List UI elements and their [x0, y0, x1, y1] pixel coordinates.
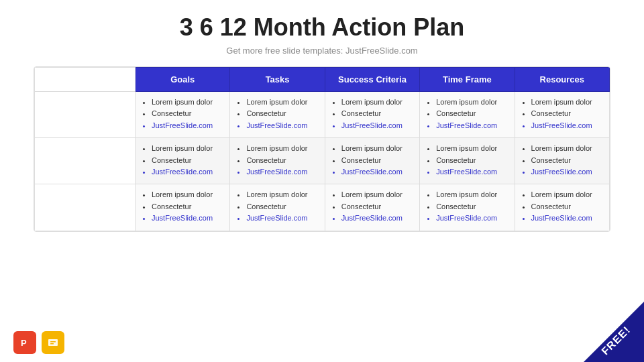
header-resources: Resources: [515, 68, 609, 92]
table-row-12month: 12 Month Lorem ipsum dolor Consectetur J…: [35, 184, 610, 231]
list-item: Consectetur: [246, 156, 317, 166]
powerpoint-icon[interactable]: P: [13, 331, 36, 354]
list-item: JustFreeSlide.com: [341, 121, 413, 131]
row-label-6month: 6 Month: [35, 138, 136, 184]
list-item: JustFreeSlide.com: [152, 213, 223, 223]
tasks-cell-12month: Lorem ipsum dolor Consectetur JustFreeSl…: [230, 184, 325, 231]
goals-cell-3month: Lorem ipsum dolor Consectetur JustFreeSl…: [136, 92, 230, 138]
resources-cell-6month: Lorem ipsum dolor Consectetur JustFreeSl…: [515, 138, 609, 184]
list-item: Consectetur: [531, 109, 602, 119]
action-plan-table: Goals Tasks Success Criteria Time Frame …: [34, 66, 610, 232]
goals-cell-6month: Lorem ipsum dolor Consectetur JustFreeSl…: [136, 138, 230, 184]
list-item: JustFreeSlide.com: [436, 213, 507, 223]
row-label-12month: 12 Month: [35, 184, 136, 231]
list-item: Consectetur: [341, 109, 413, 119]
list-item: Consectetur: [246, 109, 317, 119]
list-item: Lorem ipsum dolor: [152, 97, 223, 107]
list-item: Lorem ipsum dolor: [246, 97, 317, 107]
list-item: JustFreeSlide.com: [341, 213, 413, 223]
list-item: JustFreeSlide.com: [531, 167, 602, 177]
list-item: Lorem ipsum dolor: [436, 190, 507, 200]
svg-rect-4: [50, 341, 56, 343]
list-item: Consectetur: [531, 202, 602, 212]
list-item: JustFreeSlide.com: [152, 121, 223, 131]
list-item: Lorem ipsum dolor: [436, 97, 507, 107]
list-item: JustFreeSlide.com: [436, 121, 507, 131]
list-item: Lorem ipsum dolor: [531, 143, 602, 154]
table-row-3month: 3 Month Lorem ipsum dolor Consectetur Ju…: [35, 92, 610, 138]
list-item: Lorem ipsum dolor: [341, 190, 413, 200]
list-item: JustFreeSlide.com: [246, 167, 317, 177]
list-item: JustFreeSlide.com: [531, 121, 602, 131]
list-item: Lorem ipsum dolor: [152, 143, 223, 154]
list-item: Consectetur: [246, 202, 317, 212]
list-item: JustFreeSlide.com: [246, 121, 317, 131]
slide: 3 6 12 Month Action Plan Get more free s…: [0, 0, 644, 362]
success-cell-6month: Lorem ipsum dolor Consectetur JustFreeSl…: [325, 138, 419, 184]
slide-title: 3 6 12 Month Action Plan: [180, 13, 465, 42]
free-badge-text: FREE!: [599, 324, 633, 357]
resources-cell-3month: Lorem ipsum dolor Consectetur JustFreeSl…: [515, 92, 609, 138]
list-item: Consectetur: [152, 109, 223, 119]
svg-rect-5: [50, 343, 54, 345]
header-empty: [35, 68, 136, 92]
row-label-3month: 3 Month: [35, 92, 136, 138]
list-item: Consectetur: [152, 156, 223, 166]
goals-cell-12month: Lorem ipsum dolor Consectetur JustFreeSl…: [136, 184, 230, 231]
list-item: Consectetur: [152, 202, 223, 212]
list-item: JustFreeSlide.com: [341, 167, 413, 177]
header-tasks: Tasks: [230, 68, 325, 92]
timeframe-cell-12month: Lorem ipsum dolor Consectetur JustFreeSl…: [420, 184, 515, 231]
list-item: JustFreeSlide.com: [246, 213, 317, 223]
list-item: Lorem ipsum dolor: [531, 190, 602, 200]
list-item: Lorem ipsum dolor: [152, 190, 223, 200]
list-item: Consectetur: [341, 156, 413, 166]
svg-text:P: P: [21, 338, 27, 348]
slide-subtitle: Get more free slide templates: JustFreeS…: [226, 46, 417, 56]
list-item: Consectetur: [436, 156, 507, 166]
list-item: Lorem ipsum dolor: [341, 143, 413, 154]
google-slides-icon[interactable]: [42, 331, 64, 354]
svg-rect-3: [48, 339, 58, 346]
success-cell-3month: Lorem ipsum dolor Consectetur JustFreeSl…: [325, 92, 419, 138]
header-goals: Goals: [136, 68, 230, 92]
list-item: JustFreeSlide.com: [531, 213, 602, 223]
list-item: JustFreeSlide.com: [152, 167, 223, 177]
resources-cell-12month: Lorem ipsum dolor Consectetur JustFreeSl…: [515, 184, 609, 231]
list-item: JustFreeSlide.com: [436, 167, 507, 177]
list-item: Lorem ipsum dolor: [436, 143, 507, 154]
list-item: Consectetur: [436, 202, 507, 212]
list-item: Consectetur: [531, 156, 602, 166]
tasks-cell-6month: Lorem ipsum dolor Consectetur JustFreeSl…: [230, 138, 325, 184]
list-item: Lorem ipsum dolor: [246, 143, 317, 154]
free-badge: FREE!: [584, 302, 644, 362]
list-item: Consectetur: [436, 109, 507, 119]
header-success-criteria: Success Criteria: [325, 68, 419, 92]
list-item: Lorem ipsum dolor: [341, 97, 413, 107]
timeframe-cell-6month: Lorem ipsum dolor Consectetur JustFreeSl…: [420, 138, 515, 184]
list-item: Consectetur: [341, 202, 413, 212]
table-row-6month: 6 Month Lorem ipsum dolor Consectetur Ju…: [35, 138, 610, 184]
timeframe-cell-3month: Lorem ipsum dolor Consectetur JustFreeSl…: [420, 92, 515, 138]
success-cell-12month: Lorem ipsum dolor Consectetur JustFreeSl…: [325, 184, 419, 231]
header-time-frame: Time Frame: [420, 68, 515, 92]
list-item: Lorem ipsum dolor: [246, 190, 317, 200]
bottom-icons: P: [13, 331, 64, 354]
list-item: Lorem ipsum dolor: [531, 97, 602, 107]
tasks-cell-3month: Lorem ipsum dolor Consectetur JustFreeSl…: [230, 92, 325, 138]
